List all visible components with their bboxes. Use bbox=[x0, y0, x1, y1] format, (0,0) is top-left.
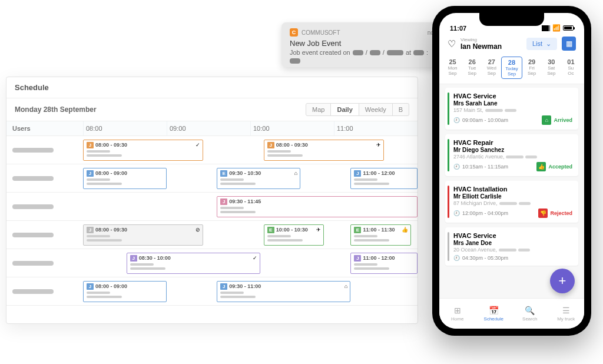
view-tab-map[interactable]: Map bbox=[306, 103, 331, 116]
day-26[interactable]: 26TueSep bbox=[462, 57, 482, 79]
day-of-week: Fri bbox=[529, 65, 534, 71]
tab-search[interactable]: 🔍Search bbox=[512, 299, 548, 329]
jobs-list[interactable]: HVAC ServiceMrs Sarah Lane157 Main St, 🕘… bbox=[439, 84, 584, 298]
add-button[interactable]: + bbox=[550, 269, 575, 293]
day-number: 26 bbox=[463, 58, 481, 65]
event-card[interactable]: J08:00 - 09:00 bbox=[83, 168, 167, 189]
date-strip: 25MonSep26TueSep27WedSep28TodaySep29FriS… bbox=[439, 55, 584, 84]
user-cell bbox=[6, 164, 83, 192]
event-tag: J bbox=[354, 170, 361, 177]
day-27[interactable]: 27WedSep bbox=[482, 57, 501, 79]
day-25[interactable]: 25MonSep bbox=[443, 57, 462, 79]
tab-home[interactable]: ⊞Home bbox=[439, 299, 476, 329]
clock-icon: 🕘 bbox=[453, 164, 460, 170]
job-card[interactable]: HVAC InstallationMr Elliott Carlisle87 M… bbox=[445, 181, 578, 223]
job-customer: Mrs Jane Doe bbox=[453, 240, 572, 246]
job-card[interactable]: HVAC ServiceMrs Jane Doe20 Ocean Avenue,… bbox=[445, 227, 578, 266]
redacted-text bbox=[220, 207, 244, 209]
hour-col: 08:00 bbox=[83, 121, 167, 135]
user-name-redacted bbox=[12, 176, 54, 181]
event-card[interactable]: J09:30 - 11:45 bbox=[217, 196, 418, 217]
event-time: 08:00 - 09:00 bbox=[95, 283, 127, 289]
tab-icon: 📅 bbox=[489, 306, 499, 315]
event-card[interactable]: E09:30 - 10:30⌂ bbox=[217, 168, 300, 189]
status-badge-icon: ⌂ bbox=[542, 115, 551, 125]
day-01[interactable]: 01SuOc bbox=[561, 57, 581, 79]
event-status-icon: ✈ bbox=[316, 227, 321, 233]
redacted-text bbox=[354, 239, 389, 241]
redacted-text bbox=[130, 267, 165, 270]
tab-my-truck[interactable]: ☰My truck bbox=[548, 299, 585, 329]
job-title: HVAC Service bbox=[453, 92, 572, 100]
event-card[interactable]: J11:00 - 12:00 bbox=[350, 253, 418, 274]
day-29[interactable]: 29FriSep bbox=[522, 57, 542, 79]
redacted-text bbox=[485, 109, 503, 112]
grid-header: Users 08:00 09:00 10:00 11:00 bbox=[6, 121, 418, 136]
redacted-text bbox=[87, 154, 122, 157]
status-badge-icon: 👎 bbox=[538, 209, 548, 218]
phone-screen: 11:07 📶 ♡ Viewing Ian Newman List ⌄ ▦ 25… bbox=[439, 13, 584, 329]
view-dropdown[interactable]: List ⌄ bbox=[526, 38, 557, 50]
redacted-text bbox=[506, 155, 524, 158]
clock-icon: 🕘 bbox=[453, 210, 460, 216]
event-card[interactable]: J11:00 - 12:00 bbox=[350, 168, 418, 189]
event-tag: J bbox=[87, 170, 94, 177]
tab-icon: ☰ bbox=[562, 306, 570, 315]
date-row: Monday 28th September MapDailyWeeklyB bbox=[6, 98, 418, 121]
day-28[interactable]: 28TodaySep bbox=[501, 57, 522, 79]
schedule-row: J08:00 - 09:00J09:30 - 11:00⌂ bbox=[6, 277, 418, 306]
event-card[interactable]: J09:30 - 11:00⌂ bbox=[217, 281, 350, 302]
event-card[interactable]: E11:00 - 11:30👍 bbox=[350, 224, 410, 246]
view-tab-b[interactable]: B bbox=[392, 103, 409, 116]
view-tab-weekly[interactable]: Weekly bbox=[359, 103, 393, 116]
phone-frame: 11:07 📶 ♡ Viewing Ian Newman List ⌄ ▦ 25… bbox=[432, 6, 591, 336]
redacted-text bbox=[87, 292, 110, 294]
event-status-icon: 👍 bbox=[402, 227, 408, 233]
hour-col: 10:00 bbox=[250, 121, 334, 135]
job-footer: 🕘10:15am - 11:15am👍Accepted bbox=[453, 162, 572, 171]
event-card[interactable]: J08:30 - 10:00✓ bbox=[127, 253, 260, 274]
event-card[interactable]: E10:00 - 10:30✈ bbox=[264, 224, 324, 246]
user-cell bbox=[6, 221, 83, 249]
job-address: 157 Main St, bbox=[453, 107, 572, 113]
slots-area: J08:30 - 10:00✓J11:00 - 12:00 bbox=[83, 249, 418, 277]
redacted-text bbox=[220, 292, 244, 294]
view-tabs: MapDailyWeeklyB bbox=[306, 103, 409, 116]
heart-icon[interactable]: ♡ bbox=[448, 38, 456, 49]
event-card[interactable]: J08:00 - 09:30✓ bbox=[83, 140, 203, 161]
redacted-text bbox=[370, 50, 380, 55]
tab-schedule[interactable]: 📅Schedule bbox=[476, 299, 512, 329]
schedule-row: J08:30 - 10:00✓J11:00 - 12:00 bbox=[6, 249, 418, 277]
event-card[interactable]: J08:00 - 09:30⊘ bbox=[83, 224, 203, 246]
day-number: 29 bbox=[523, 58, 541, 65]
day-month: Sep bbox=[547, 71, 555, 76]
dropdown-label: List bbox=[532, 40, 542, 47]
view-tab-daily[interactable]: Daily bbox=[330, 103, 359, 116]
job-address: 20 Ocean Avenue, bbox=[453, 247, 572, 253]
job-footer: 🕘12:00pm - 04:00pm👎Rejected bbox=[453, 209, 572, 218]
event-status-icon: ⊘ bbox=[196, 227, 200, 233]
job-card[interactable]: HVAC ServiceMrs Sarah Lane157 Main St, 🕘… bbox=[445, 88, 578, 130]
event-card[interactable]: J08:00 - 09:30✈ bbox=[264, 140, 384, 161]
schedule-row: J08:00 - 09:30⊘E10:00 - 10:30✈E11:00 - 1… bbox=[6, 221, 418, 249]
event-tag: J bbox=[87, 227, 94, 233]
job-time: 04:30pm - 05:30pm bbox=[462, 255, 508, 261]
calendar-button[interactable]: ▦ bbox=[562, 37, 576, 51]
notification-toast[interactable]: C COMMUSOFT now New Job Event Job event … bbox=[281, 22, 446, 67]
user-name-redacted bbox=[12, 289, 54, 294]
day-month: Sep bbox=[468, 71, 476, 76]
day-30[interactable]: 30SatSep bbox=[542, 57, 561, 79]
day-of-week: Sat bbox=[548, 65, 555, 71]
redacted-text bbox=[354, 235, 377, 237]
event-tag: E bbox=[267, 227, 274, 233]
redacted-text bbox=[354, 267, 389, 270]
redacted-text bbox=[220, 296, 256, 298]
event-time: 11:00 - 11:30 bbox=[363, 227, 395, 233]
redacted-text bbox=[267, 239, 303, 241]
event-time: 08:00 - 09:00 bbox=[95, 170, 127, 176]
job-card[interactable]: HVAC RepairMr Diego Sanchez2746 Atlantic… bbox=[445, 134, 578, 176]
event-tag: J bbox=[220, 283, 227, 290]
event-card[interactable]: J08:00 - 09:00 bbox=[83, 281, 167, 302]
job-customer: Mrs Sarah Lane bbox=[453, 100, 572, 107]
schedule-row: J08:00 - 09:00E09:30 - 10:30⌂J11:00 - 12… bbox=[6, 164, 418, 193]
